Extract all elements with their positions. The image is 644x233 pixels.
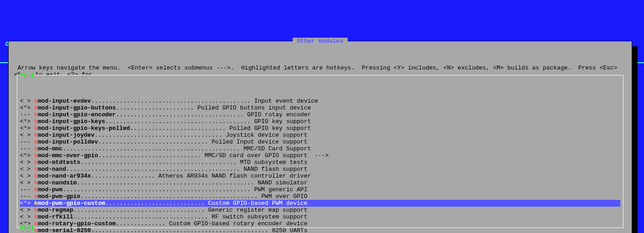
item-dots: ........................................…	[77, 179, 258, 186]
item-hotkey: k	[34, 213, 38, 220]
item-dots: ........................................…	[105, 118, 254, 125]
item-dots: ........................................…	[91, 98, 254, 104]
menu-item[interactable]: < > kmod-nand-ar934x.................. A…	[20, 173, 620, 179]
item-state: < >	[20, 213, 34, 220]
item-hotkey: k	[34, 186, 38, 193]
menu-item[interactable]: <*> kmod-input-gpio-keys................…	[20, 118, 620, 125]
item-hotkey: k	[34, 125, 38, 132]
menu-item[interactable]: --- kmod-pwm............................…	[20, 186, 620, 193]
item-hotkey: k	[34, 193, 38, 200]
item-name: mod-pwm-gpio	[38, 193, 80, 200]
item-name: mod-mtdtests	[38, 159, 80, 166]
item-desc: Generic register map support	[208, 207, 307, 213]
item-state: <*>	[20, 152, 34, 159]
item-dots: ........................................…	[66, 166, 243, 173]
item-dots: ............................	[105, 200, 208, 207]
item-name: mod-input-gpio-buttons	[38, 104, 116, 111]
item-name: mod-mmc-over-gpio	[38, 152, 98, 159]
item-name: mod-input-gpio-encoder	[38, 111, 116, 118]
item-hotkey: k	[34, 207, 38, 213]
item-desc: MTD subsystem tests	[240, 159, 307, 166]
dialog: Other modules Arrow keys navigate the me…	[8, 41, 632, 233]
item-name: mod-nandsim	[38, 179, 77, 186]
item-hotkey: k	[34, 179, 38, 186]
item-hotkey: k	[34, 173, 38, 179]
item-dots: ...........................	[130, 125, 229, 132]
item-hotkey: k	[34, 111, 38, 118]
menu-item[interactable]: < > kmod-input-evdev....................…	[20, 98, 620, 104]
scroll-up-indicator: ^(-)	[20, 72, 34, 79]
scroll-down-indicator: v(+)	[20, 224, 34, 231]
item-dots: ....................................	[95, 132, 226, 139]
item-name: mod-input-joydev	[38, 132, 95, 139]
item-name: mod-input-gpio-keys	[38, 118, 105, 125]
item-dots: ......................	[116, 104, 197, 111]
item-name: mod-serial-8250	[38, 227, 91, 233]
items-pane: ^(-) < > kmod-input-evdev...............…	[17, 75, 624, 228]
item-desc: GPIO key support	[254, 118, 311, 125]
item-dots: ....................................	[116, 111, 247, 118]
item-state: ---	[20, 139, 34, 145]
item-state: < >	[20, 159, 34, 166]
item-desc: NAND flash support	[244, 166, 307, 173]
item-name: mod-input-gpio-keys-polled	[38, 125, 130, 132]
menu-item[interactable]: < > kmod-nandsim........................…	[20, 179, 620, 186]
menu-item[interactable]: <*> kmod-mmc-over-gpio..................…	[20, 152, 620, 159]
item-name: mod-nand-ar934x	[38, 173, 91, 179]
menu-item[interactable]: < > kmod-regmap.........................…	[20, 207, 620, 213]
menu-item[interactable]: <*> kmod-input-gpio-keys-polled.........…	[20, 125, 620, 132]
item-state: ---	[20, 193, 34, 200]
item-dots: ........................................…	[91, 227, 272, 233]
menu-item[interactable]: <*> kmod-input-gpio-buttons.............…	[20, 104, 620, 111]
item-name: mod-input-evdev	[38, 98, 91, 104]
item-state: <*>	[20, 200, 34, 207]
item-desc: Custom GPIO-based rotary encoder device	[169, 220, 307, 227]
menu-item[interactable]: < > kmod-nand...........................…	[20, 166, 620, 173]
item-hotkey: k	[34, 227, 38, 233]
menu-item[interactable]: < > kmod-serial-8250....................…	[20, 227, 620, 233]
item-dots: ........................................…	[63, 145, 244, 152]
menu-item[interactable]: <*> kmod-rotary-gpio-custom.............…	[20, 220, 620, 227]
item-state: < >	[20, 98, 34, 104]
item-desc: 8250 UARTs	[272, 227, 307, 233]
menu-item[interactable]: < > kmod-input-joydev...................…	[20, 132, 620, 139]
item-state: <*>	[20, 118, 34, 125]
item-desc: Joystick device support	[226, 132, 307, 139]
menu-item[interactable]: --- kmod-pwm-gpio.......................…	[20, 193, 620, 200]
item-desc: Polled GPIO key support	[229, 125, 311, 132]
item-desc: NAND simulator	[258, 179, 307, 186]
item-state: < >	[20, 207, 34, 213]
item-name: mod-input-polldev	[38, 139, 98, 145]
submenu-arrow: --->	[307, 152, 329, 159]
menu-item[interactable]: <*> kmod-pwm-gpio-custom................…	[20, 200, 620, 207]
item-state: < >	[20, 173, 34, 179]
item-hotkey: k	[34, 118, 38, 125]
menu-item[interactable]: --- kmod-mmc............................…	[20, 145, 620, 152]
item-name: mod-pwm-gpio-custom	[38, 200, 105, 207]
menu-item[interactable]: < > kmod-rfkill.........................…	[20, 213, 620, 220]
item-desc: RF switch subsystem support	[211, 213, 307, 220]
item-desc: Atheros AR934x NAND flash controller dri…	[158, 173, 311, 179]
menu-item[interactable]: < > kmod-mtdtests.......................…	[20, 159, 620, 166]
menu-item[interactable]: --- kmod-input-polldev..................…	[20, 139, 620, 145]
item-state: < >	[20, 179, 34, 186]
item-desc: MMC/SD Card Support	[244, 145, 311, 152]
item-hotkey: k	[34, 159, 38, 166]
item-name: mod-rfkill	[38, 213, 73, 220]
item-dots: .............................	[98, 152, 205, 159]
item-hotkey: k	[34, 220, 38, 227]
item-desc: Input event device	[254, 98, 318, 104]
item-state: ---	[20, 186, 34, 193]
item-hotkey: k	[34, 145, 38, 152]
item-name: mod-nand	[38, 166, 66, 173]
item-hotkey: k	[34, 104, 38, 111]
item-desc: Polled Input device support	[211, 139, 307, 145]
item-hotkey: k	[34, 166, 38, 173]
item-desc: GPIO rotay encoder	[247, 111, 311, 118]
item-desc: Polled GPIO buttons input device	[197, 104, 311, 111]
item-hotkey: k	[34, 132, 38, 139]
menu-item[interactable]: --- kmod-input-gpio-encoder.............…	[20, 111, 620, 118]
item-name: mod-regmap	[38, 207, 73, 213]
item-name: mod-mmc	[38, 145, 63, 152]
item-dots: .....................................	[73, 207, 208, 213]
